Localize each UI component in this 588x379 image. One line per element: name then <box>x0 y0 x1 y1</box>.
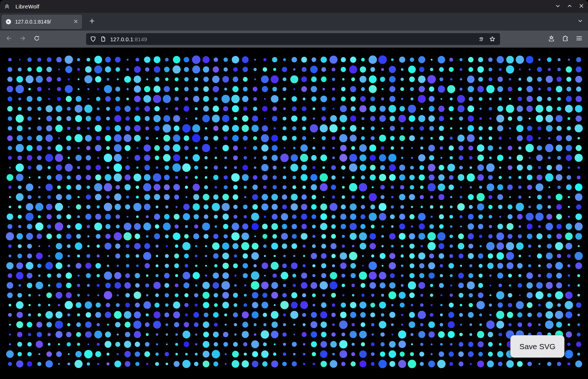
fingerprint-protection-icon[interactable] <box>478 36 485 42</box>
url-text[interactable]: 127.0.0.1:8149 <box>110 36 478 42</box>
titlebar: LibreWolf <box>0 0 588 13</box>
hamburger-icon <box>576 35 582 43</box>
toolbar-collapse-button[interactable] <box>1 0 13 13</box>
tracking-shield-icon[interactable] <box>90 36 96 42</box>
app-menu-button[interactable] <box>573 33 585 45</box>
url-host: 127.0.0.1 <box>110 36 134 42</box>
list-all-tabs-button[interactable] <box>575 16 586 27</box>
back-button[interactable] <box>3 33 15 45</box>
double-chevron-up-icon <box>4 3 10 11</box>
tab-close-button[interactable] <box>71 17 80 26</box>
plus-icon <box>89 18 95 26</box>
save-svg-button[interactable]: Save SVG <box>510 335 564 358</box>
arrow-right-icon <box>20 35 26 43</box>
url-bar[interactable]: 127.0.0.1:8149 <box>86 33 500 45</box>
new-tab-button[interactable] <box>86 16 98 27</box>
url-port: :8149 <box>133 36 147 42</box>
tab-active[interactable]: 127.0.0.1:8149/ <box>1 15 82 29</box>
dot-field-svg <box>0 48 588 379</box>
arrow-left-icon <box>6 35 12 43</box>
extensions-button[interactable] <box>559 33 571 45</box>
bookmark-star-icon[interactable] <box>489 36 496 42</box>
page-info-icon[interactable] <box>100 36 107 42</box>
library-button[interactable] <box>545 33 557 45</box>
reload-button[interactable] <box>31 33 43 45</box>
puzzle-piece-icon <box>562 35 569 43</box>
forward-button[interactable] <box>17 33 29 45</box>
browser-window: LibreWolf 127.0.0.1:8 <box>0 0 588 379</box>
close-window-button[interactable] <box>575 0 587 13</box>
tab-favicon-icon <box>6 19 11 25</box>
toolbar-right-group <box>543 33 585 45</box>
close-icon <box>578 3 585 11</box>
chevron-down-icon <box>577 18 583 25</box>
tab-bar: 127.0.0.1:8149/ <box>0 13 588 31</box>
close-icon <box>74 18 78 25</box>
page-viewport: Save SVG <box>0 48 588 379</box>
chevron-up-icon <box>566 3 573 11</box>
minimize-button[interactable] <box>552 0 564 13</box>
navigation-toolbar: 127.0.0.1:8149 <box>0 31 588 48</box>
window-title: LibreWolf <box>15 3 39 10</box>
tab-title: 127.0.0.1:8149/ <box>15 19 71 25</box>
chevron-down-icon <box>555 3 561 11</box>
reload-icon <box>33 35 40 43</box>
maximize-button[interactable] <box>564 0 575 13</box>
star-tray-icon <box>548 35 555 43</box>
